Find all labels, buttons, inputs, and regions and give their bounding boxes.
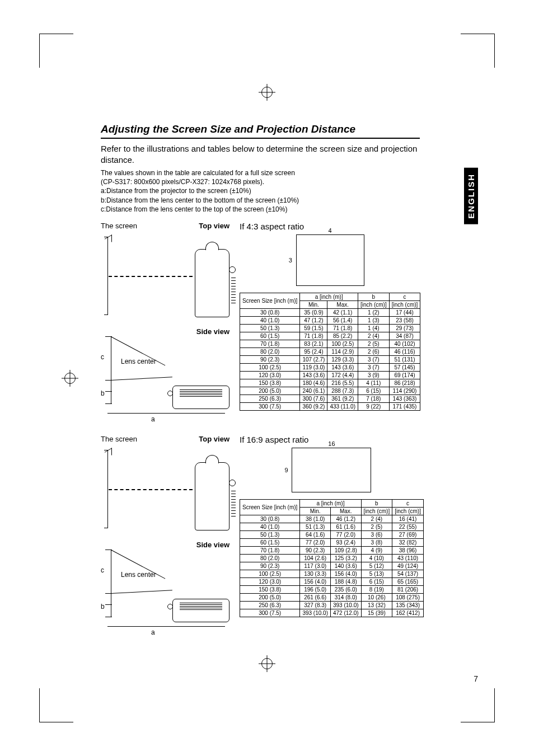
- cell-c: 171 (435): [389, 402, 420, 410]
- table-row: 90 (2.3)117 (3.0)140 (3.6)5 (12)49 (124): [240, 562, 424, 570]
- crop-mark: [461, 34, 495, 68]
- notes-block: The values shown in the table are calcul…: [101, 168, 420, 214]
- col-c-unit: [inch (cm)]: [392, 507, 424, 515]
- cell-c: 49 (124): [392, 562, 424, 570]
- cell-c: 32 (82): [392, 538, 424, 546]
- cell-min: 38 (1.0): [300, 515, 331, 523]
- cell-max: 433 (11.0): [327, 402, 358, 410]
- cell-size: 90 (2.3): [240, 355, 300, 363]
- table-row: 300 (7.5)393 (10.0)472 (12.0)15 (39)162 …: [240, 609, 424, 617]
- cell-min: 59 (1.5): [300, 324, 327, 332]
- dim-b-label: b: [101, 603, 105, 611]
- side-view-diagram: Lens center c b a Side view: [101, 550, 229, 633]
- note-line: b:Distance from the lens center to the b…: [101, 196, 420, 205]
- cell-size: 120 (3.0): [240, 577, 300, 585]
- cell-max: 56 (1.4): [327, 316, 358, 324]
- side-view-diagram: Lens center c b a Side view: [101, 336, 229, 420]
- aspect-ratio-box-16-9: 16 9: [292, 448, 371, 492]
- cell-max: 143 (3.6): [327, 363, 358, 371]
- cell-size: 70 (1.8): [240, 340, 300, 348]
- cell-c: 143 (363): [389, 395, 420, 402]
- cell-max: 314 (8.0): [330, 593, 361, 601]
- crop-mark: [39, 34, 73, 68]
- top-view-diagram: [101, 232, 229, 322]
- note-line: c:Distance from the lens center to the t…: [101, 205, 420, 214]
- cell-size: 70 (1.8): [240, 546, 300, 554]
- col-a: a [inch (m)]: [300, 499, 361, 507]
- language-tab: ENGLISH: [464, 168, 478, 224]
- col-min: Min.: [300, 300, 327, 308]
- cell-min: 35 (0.9): [300, 308, 327, 316]
- cell-size: 40 (1.0): [240, 523, 300, 530]
- table-row: 200 (5.0)261 (6.6)314 (8.0)10 (26)108 (2…: [240, 593, 424, 601]
- cell-b: 1 (2): [358, 308, 390, 316]
- cell-b: 5 (12): [361, 562, 392, 570]
- cell-min: 107 (2.7): [300, 355, 327, 363]
- cell-size: 40 (1.0): [240, 316, 300, 324]
- table-row: 150 (3.8)180 (4.6)216 (5.5)4 (11)86 (218…: [240, 379, 420, 387]
- cell-min: 104 (2.6): [300, 554, 331, 562]
- cell-max: 93 (2.4): [330, 538, 361, 546]
- cell-size: 100 (2.5): [240, 363, 300, 371]
- cell-c: 54 (137): [392, 570, 424, 577]
- cell-max: 114 (2.9): [327, 348, 358, 355]
- cell-b: 5 (13): [361, 570, 392, 577]
- cell-c: 162 (412): [392, 609, 424, 617]
- cell-size: 250 (6.3): [240, 601, 300, 609]
- cell-min: 83 (2.1): [300, 340, 327, 348]
- table-row: 40 (1.0)51 (1.3)61 (1.6)2 (5)22 (55): [240, 523, 424, 530]
- dim-a-label: a: [151, 415, 155, 423]
- cell-min: 51 (1.3): [300, 523, 331, 530]
- cell-min: 119 (3.0): [300, 363, 327, 371]
- dim-a-label: a: [151, 628, 155, 636]
- col-min: Min.: [300, 507, 331, 515]
- cell-min: 196 (5.0): [300, 585, 331, 593]
- table-row: 70 (1.8)90 (2.3)109 (2.8)4 (9)38 (96): [240, 546, 424, 554]
- cell-max: 172 (4.4): [327, 371, 358, 379]
- cell-b: 8 (19): [361, 585, 392, 593]
- page-number: 7: [474, 674, 478, 683]
- dim-c-label: c: [101, 566, 104, 574]
- cell-size: 30 (0.8): [240, 308, 300, 316]
- cell-c: 65 (165): [392, 577, 424, 585]
- cell-c: 69 (174): [389, 371, 420, 379]
- table-row: 120 (3.0)156 (4.0)188 (4.8)6 (15)65 (165…: [240, 577, 424, 585]
- top-view-diagram: [101, 445, 229, 535]
- table-row: 60 (1.5)77 (2.0)93 (2.4)3 (8)32 (82): [240, 538, 424, 546]
- cell-min: 64 (1.6): [300, 530, 331, 538]
- table-row: 100 (2.5)119 (3.0)143 (3.6)3 (7)57 (145): [240, 363, 420, 371]
- table-row: 100 (2.5)130 (3.3)156 (4.0)5 (13)54 (137…: [240, 570, 424, 577]
- cell-min: 240 (6.1): [300, 387, 327, 395]
- cell-min: 180 (4.6): [300, 379, 327, 387]
- table-16-9: Screen Size [inch (m)]a [inch (m)]bcMin.…: [240, 499, 424, 617]
- cell-b: 4 (10): [361, 554, 392, 562]
- cell-size: 80 (2.0): [240, 348, 300, 355]
- col-c-unit: [inch (cm)]: [389, 300, 420, 308]
- cell-b: 3 (8): [361, 538, 392, 546]
- table-row: 90 (2.3)107 (2.7)129 (3.3)3 (7)51 (131): [240, 355, 420, 363]
- cell-max: 140 (3.6): [330, 562, 361, 570]
- table-row: 30 (0.8)35 (0.9)42 (1.1)1 (2)17 (44): [240, 308, 420, 316]
- note-line: The values shown in the table are calcul…: [101, 168, 420, 177]
- col-b: b: [358, 293, 390, 300]
- cell-min: 47 (1.2): [300, 316, 327, 324]
- table-row: 120 (3.0)143 (3.6)172 (4.4)3 (9)69 (174): [240, 371, 420, 379]
- cell-max: 100 (2.5): [327, 340, 358, 348]
- cell-min: 95 (2.4): [300, 348, 327, 355]
- dim-c-label: c: [101, 353, 104, 361]
- cell-min: 90 (2.3): [300, 546, 331, 554]
- cell-size: 80 (2.0): [240, 554, 300, 562]
- cell-c: 46 (116): [389, 348, 420, 355]
- cell-size: 250 (6.3): [240, 395, 300, 402]
- cell-c: 23 (58): [389, 316, 420, 324]
- cell-b: 2 (6): [358, 348, 390, 355]
- intro-text: Refer to the illustrations and tables be…: [101, 143, 420, 165]
- cell-max: 216 (5.5): [327, 379, 358, 387]
- cell-size: 300 (7.5): [240, 402, 300, 410]
- cell-b: 10 (26): [361, 593, 392, 601]
- cell-max: 42 (1.1): [327, 308, 358, 316]
- cell-min: 77 (2.0): [300, 538, 331, 546]
- cell-b: 3 (6): [361, 530, 392, 538]
- cell-size: 90 (2.3): [240, 562, 300, 570]
- cell-b: 1 (3): [358, 316, 390, 324]
